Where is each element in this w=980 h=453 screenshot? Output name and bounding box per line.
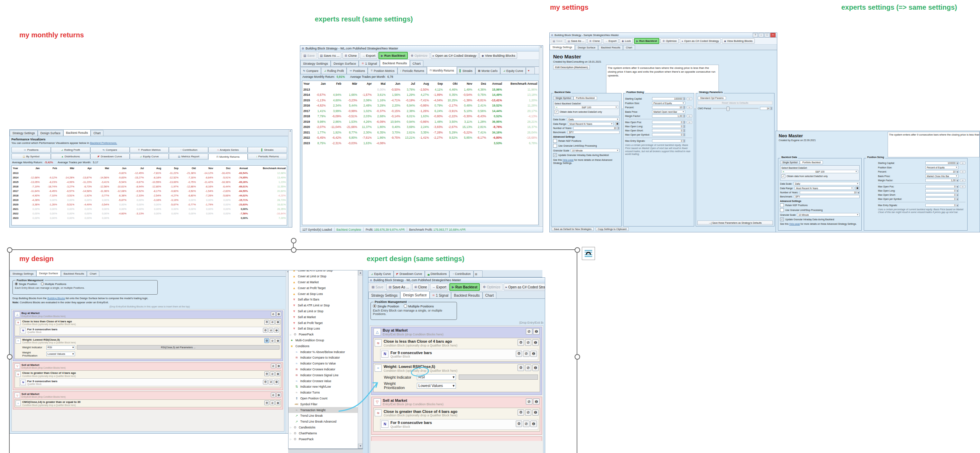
tab-chart[interactable]: Chart <box>482 292 496 299</box>
basis-price-select[interactable]: Market Open next Bar▾ <box>652 110 685 113</box>
export-button[interactable]: →Export <box>603 38 619 44</box>
benchmark-input[interactable]: SPY <box>794 195 860 198</box>
block-sell-at-market[interactable]: ▽Sell at MarketEntry/Exit Block (drop Co… <box>372 397 540 407</box>
tab-chart[interactable]: Chart <box>91 130 103 136</box>
backtest-preferences-link[interactable]: Backtest Preferences. <box>90 141 117 145</box>
tab-backtest-results[interactable]: Backtest Results <box>63 129 91 136</box>
blocks-list-item-powerpack[interactable]: ▷⚙PowerPack <box>288 332 358 337</box>
tab-backtest-results[interactable]: Backtest Results <box>451 292 482 299</box>
tab-standard-opt-params[interactable]: Standard Opt Params <box>698 96 726 100</box>
blocks-list-item-indicator-turns[interactable]: ≈Indicator Turns <box>288 390 358 396</box>
save-range-button[interactable]: ▣ <box>615 122 620 126</box>
selection-handle-top-right[interactable] <box>574 247 580 253</box>
gear-button[interactable]: ⚙ <box>264 401 269 405</box>
starting-capital-input[interactable]: 100000▴▾ <box>652 97 685 100</box>
block-close-is-less-than-close-of-4-bars-ago[interactable]: ≋Close is less than Close of 4 bars agoC… <box>15 319 281 326</box>
tab-strategy-settings[interactable]: Strategy Settings <box>550 44 575 50</box>
tab-drawdown-curve[interactable]: ◤Drawdown Curve <box>90 154 130 159</box>
tab-partial[interactable]: ▼ <box>526 67 535 74</box>
block-sell-at-market[interactable]: ▽Sell at MarketEntry/Exit Block (drop Co… <box>14 392 282 399</box>
weight-indicator-select[interactable]: RSI▾ <box>417 374 456 380</box>
strategy-description[interactable]: The system enters after 9 consecutive ba… <box>888 132 980 157</box>
blocks-list-item-cover-at-atr-limit-or-stop[interactable]: ▲Cover at ATR Limit or Stop <box>288 270 358 273</box>
weight-prioritization-select[interactable]: Lowest Values▾ <box>417 383 456 389</box>
max-open-per-symbol-input[interactable]: 0▴▾ <box>925 197 959 200</box>
optimize-button[interactable]: ⚙Optimize <box>660 38 679 44</box>
tab-monthly-returns[interactable]: ΠMonthly Returns <box>208 154 248 160</box>
blocks-list-item-indicator-compare-to-indicator[interactable]: ≋Indicator Compare to Indicator <box>288 355 358 361</box>
selection-handle-mid-right[interactable] <box>574 354 580 360</box>
data-scale-select[interactable]: Daily▾ <box>567 118 620 121</box>
remove-button[interactable]: ⊖ <box>274 328 279 333</box>
link-button[interactable]: ∞ <box>960 185 966 188</box>
tab-contribution[interactable]: ◔Contribution <box>449 270 473 277</box>
data-scale-select[interactable]: Daily▾ <box>794 182 860 185</box>
block-weight-lowest-rsi-close-5[interactable]: ≈Weight: Lowest RSI(Close,5)Condition Bl… <box>374 364 539 374</box>
disable-button[interactable]: ⊘ <box>269 328 273 333</box>
tab-design-surface[interactable]: Design Surface <box>38 130 63 136</box>
run-backtest-button[interactable]: ▶Run Backtest <box>379 52 407 59</box>
block-sell-at-market[interactable]: ▽Sell at MarketEntry/Exit Block (drop Co… <box>14 363 282 370</box>
disable-button[interactable]: ⊘ <box>526 328 532 335</box>
benchmark-input[interactable]: SPY <box>567 131 620 134</box>
use-granular-limit-stop-processing-checkbox[interactable]: Use Granular Limit/Stop Processing <box>553 144 620 148</box>
tab-position-metrics[interactable]: ⇈Position Metrics <box>130 147 169 153</box>
lock-button[interactable]: ◉Lock <box>620 38 633 44</box>
selection-handle-top-center[interactable] <box>291 247 296 253</box>
disable-button[interactable]: ⊘ <box>271 364 276 368</box>
tab-design-surface[interactable]: Design Surface <box>400 291 429 299</box>
tab-partial[interactable]: ▦ <box>474 270 482 277</box>
remove-button[interactable]: ⊖ <box>532 409 539 416</box>
building-blocks-link[interactable]: Building Blocks <box>48 297 65 300</box>
max-open-long-input[interactable]: 0▴▾ <box>652 125 685 128</box>
remove-button[interactable]: ⊖ <box>274 380 279 385</box>
tab-backtest-results[interactable]: Backtest Results <box>61 271 87 276</box>
gear-button[interactable]: ⚙ <box>264 371 269 376</box>
blocks-list-item-cover-at-limit-or-stop[interactable]: ▲Cover at Limit or Stop <box>288 273 358 280</box>
scrollbar[interactable]: ▲ <box>288 130 292 227</box>
block-weight-lowest-rsi-close-5[interactable]: ≈Weight: Lowest RSI(Close,5)Condition Bl… <box>15 337 281 345</box>
tab-metrics-report[interactable]: ▤Metrics Report <box>169 154 208 159</box>
use-granular-limit-stop-processing-checkbox[interactable]: Use Granular Limit/Stop Processing <box>780 208 860 212</box>
max-open-short-input[interactable]: 0▴▾ <box>925 193 959 196</box>
disable-button[interactable]: ⊘ <box>525 339 532 346</box>
tab-design-surface[interactable]: Design Surface <box>36 270 61 276</box>
blocks-list-item-conditions[interactable]: ■Conditions <box>288 343 358 349</box>
blocks-list-item-sell-at-profit-target[interactable]: ▼Sell at Profit Target <box>288 320 358 326</box>
slider-thumb-icon[interactable] <box>726 106 730 111</box>
save-as-button[interactable]: ▤Save As ... <box>566 38 586 44</box>
clone-button[interactable]: ⊞Clone <box>342 52 359 59</box>
block-buy-at-market[interactable]: △Buy at MarketEntry/Exit Block (drop Con… <box>14 311 282 318</box>
tab-single-symbol[interactable]: Single Symbol <box>780 161 800 164</box>
max-entry-signals-input[interactable]: 0▴▾ <box>652 139 685 143</box>
margin-factor-input[interactable]: 1,00▴▾ <box>652 114 685 118</box>
disable-button[interactable]: ⊘ <box>525 409 532 416</box>
set-parameters-button[interactable]: RSI(Close,5) set Parameters ... <box>77 345 280 350</box>
help-page-link[interactable]: Help page <box>789 223 800 225</box>
tab-single-symbol[interactable]: Single Symbol <box>553 96 574 100</box>
export-button[interactable]: →Export <box>360 52 377 59</box>
tab-distributions[interactable]: ▄Distributions <box>425 270 449 277</box>
disable-button[interactable]: ⊘ <box>270 338 275 343</box>
gear-button[interactable]: ⚙ <box>516 421 522 427</box>
blocks-list-item-powerpack[interactable]: ▷⚙PowerPack <box>288 436 358 442</box>
gear-button[interactable]: ⚙ <box>263 380 268 385</box>
annotation-tool-button[interactable] <box>582 247 595 260</box>
gear-button[interactable]: ⚙ <box>517 409 524 416</box>
multiple-positions-radio[interactable]: Multiple Positions <box>404 304 434 308</box>
tab-strategy-settings[interactable]: Strategy Settings <box>10 130 38 136</box>
tab-equity-curve[interactable]: ⊿Equity Curve <box>368 270 394 277</box>
max-open-pos-input[interactable]: 0▴▾ <box>652 121 685 124</box>
tab-periodic-returns[interactable]: ↕Periodic Returns <box>248 154 287 159</box>
data-range-select[interactable]: Most Recent N Years▾ <box>568 122 614 126</box>
tab-periodic-returns[interactable]: ↕Periodic Returns <box>398 67 427 74</box>
view-building-blocks-button[interactable]: ◆View Building Blocks <box>479 52 517 59</box>
close-button[interactable]: × <box>770 33 776 37</box>
tab-backtest-results[interactable]: Backtest Results <box>598 45 623 50</box>
block-close-is-greater-than-close-of-4-bars-ago[interactable]: ≋Close is greater than Close of 4 bars a… <box>374 408 539 418</box>
blocks-list-item-sell-at-limit-or-stop[interactable]: ▼Sell at Limit or Stop <box>288 308 358 314</box>
block-close-is-greater-than-close-of-4-bars-ago[interactable]: ≋Close is greater than Close of 4 bars a… <box>15 371 281 378</box>
tab-contribution[interactable]: ◔Contribution <box>169 147 208 153</box>
max-open-short-input[interactable]: 0▴▾ <box>652 129 685 132</box>
tab-streaks[interactable]: ▌Streaks <box>248 147 287 153</box>
